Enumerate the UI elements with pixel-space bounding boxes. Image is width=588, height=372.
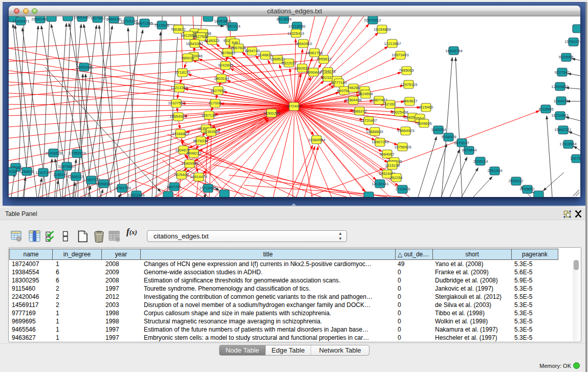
svg-text:9227342: 9227342: [554, 70, 569, 75]
svg-text:7515526: 7515526: [154, 23, 169, 28]
svg-text:989018: 989018: [181, 56, 194, 60]
svg-text:18907249: 18907249: [372, 140, 388, 144]
svg-text:2851404: 2851404: [487, 168, 502, 173]
svg-text:114519: 114519: [53, 172, 66, 177]
svg-text:12923446: 12923446: [127, 193, 144, 197]
svg-text:1244415: 1244415: [553, 99, 568, 103]
svg-text:16961758: 16961758: [306, 51, 322, 55]
svg-text:12213363: 12213363: [170, 85, 187, 90]
svg-text:1733426: 1733426: [395, 187, 410, 191]
svg-text:1156829: 1156829: [19, 169, 34, 174]
svg-text:10958107: 10958107: [95, 182, 112, 186]
svg-text:7485063: 7485063: [399, 68, 413, 73]
svg-text:2867608: 2867608: [231, 46, 246, 50]
svg-text:12405571: 12405571: [12, 19, 29, 24]
svg-text:15720407: 15720407: [360, 118, 377, 123]
svg-text:16654925: 16654925: [169, 114, 186, 119]
svg-text:20876812: 20876812: [364, 18, 381, 23]
svg-text:19654923: 19654923: [397, 128, 414, 133]
svg-text:15692321: 15692321: [554, 127, 571, 132]
svg-text:9857791: 9857791: [166, 185, 181, 189]
svg-text:10973493: 10973493: [391, 53, 408, 57]
svg-text:39159: 39159: [9, 169, 17, 174]
svg-text:2803144: 2803144: [214, 76, 229, 81]
svg-text:7986372: 7986372: [352, 109, 366, 114]
svg-text:16782759: 16782759: [114, 186, 130, 190]
svg-text:10756928: 10756928: [394, 145, 411, 149]
svg-text:9699695: 9699695: [417, 121, 431, 126]
svg-text:5938928: 5938928: [441, 135, 456, 139]
svg-text:252254: 252254: [389, 176, 402, 180]
svg-text:417008: 417008: [208, 101, 221, 105]
svg-text:8186323: 8186323: [204, 38, 219, 43]
svg-text:2654112: 2654112: [509, 179, 524, 183]
svg-text:19384554: 19384554: [308, 138, 325, 142]
svg-text:2718170: 2718170: [175, 70, 190, 75]
svg-text:16640910: 16640910: [295, 41, 312, 46]
svg-text:16543382: 16543382: [186, 41, 203, 46]
svg-text:10653267: 10653267: [74, 16, 91, 19]
svg-text:20206526: 20206526: [45, 151, 62, 156]
svg-text:9242845: 9242845: [218, 63, 233, 68]
svg-text:11325419: 11325419: [288, 31, 304, 36]
svg-text:16648784: 16648784: [445, 49, 462, 53]
svg-text:12505115: 12505115: [68, 174, 84, 179]
svg-text:8578334: 8578334: [193, 139, 208, 143]
svg-text:3875685: 3875685: [220, 51, 235, 55]
svg-text:16210643: 16210643: [551, 113, 568, 118]
svg-text:16154808: 16154808: [374, 27, 390, 32]
svg-text:1615132: 1615132: [385, 163, 400, 168]
svg-text:15751074: 15751074: [564, 39, 580, 44]
svg-text:10671355: 10671355: [136, 21, 153, 26]
svg-text:6466160: 6466160: [106, 17, 121, 21]
svg-text:18724007: 18724007: [286, 104, 302, 108]
svg-text:9463627: 9463627: [402, 99, 417, 103]
svg-text:3267130: 3267130: [201, 113, 216, 118]
svg-text:1527602: 1527602: [90, 16, 105, 20]
svg-text:17016504: 17016504: [559, 142, 576, 146]
svg-text:8215955: 8215955: [538, 107, 553, 112]
svg-text:12093832: 12093832: [551, 84, 568, 89]
svg-text:7955812: 7955812: [316, 57, 331, 61]
svg-text:9084067: 9084067: [379, 152, 394, 157]
svg-text:11353594: 11353594: [203, 129, 220, 134]
svg-text:10025438: 10025438: [391, 110, 408, 115]
svg-text:14136141: 14136141: [372, 182, 388, 186]
svg-text:10688609: 10688609: [366, 129, 383, 134]
svg-text:16914479: 16914479: [190, 174, 207, 179]
svg-text:17359924: 17359924: [69, 151, 85, 156]
svg-text:1640954: 1640954: [431, 127, 446, 132]
svg-text:116753: 116753: [570, 156, 580, 161]
svg-text:9329966: 9329966: [558, 55, 573, 59]
svg-text:62160: 62160: [385, 102, 396, 106]
svg-text:19166822: 19166822: [172, 132, 189, 136]
svg-text:20364436: 20364436: [344, 98, 361, 102]
svg-text:746266: 746266: [347, 85, 360, 90]
svg-text:10975867: 10975867: [58, 164, 75, 169]
svg-text:12975115: 12975115: [401, 82, 418, 87]
svg-text:7663822: 7663822: [170, 27, 185, 32]
svg-text:9777169: 9777169: [332, 80, 346, 85]
svg-text:9474444: 9474444: [462, 148, 476, 152]
svg-text:16107552: 16107552: [168, 101, 185, 105]
svg-text:20691406: 20691406: [31, 17, 48, 21]
svg-text:9115460: 9115460: [419, 105, 433, 110]
svg-text:8322037: 8322037: [281, 61, 296, 65]
svg-text:1242737: 1242737: [35, 170, 50, 175]
svg-text:6498222: 6498222: [186, 151, 201, 156]
svg-text:2935114: 2935114: [473, 159, 488, 164]
svg-text:19218506: 19218506: [288, 24, 305, 29]
svg-text:26053346: 26053346: [76, 65, 93, 70]
svg-text:7857224: 7857224: [225, 24, 240, 29]
svg-text:18300295: 18300295: [263, 111, 280, 116]
svg-text:7625402: 7625402: [173, 172, 188, 177]
svg-text:8427552: 8427552: [210, 89, 225, 93]
svg-text:10719155: 10719155: [120, 19, 137, 24]
svg-text:8990448: 8990448: [306, 70, 321, 75]
svg-text:15409948: 15409948: [181, 161, 198, 166]
svg-text:3824554: 3824554: [358, 92, 373, 96]
svg-text:9245652: 9245652: [519, 187, 534, 191]
svg-text:12213967: 12213967: [384, 41, 401, 46]
svg-text:8813054: 8813054: [276, 17, 291, 21]
svg-text:15716485: 15716485: [199, 186, 216, 190]
